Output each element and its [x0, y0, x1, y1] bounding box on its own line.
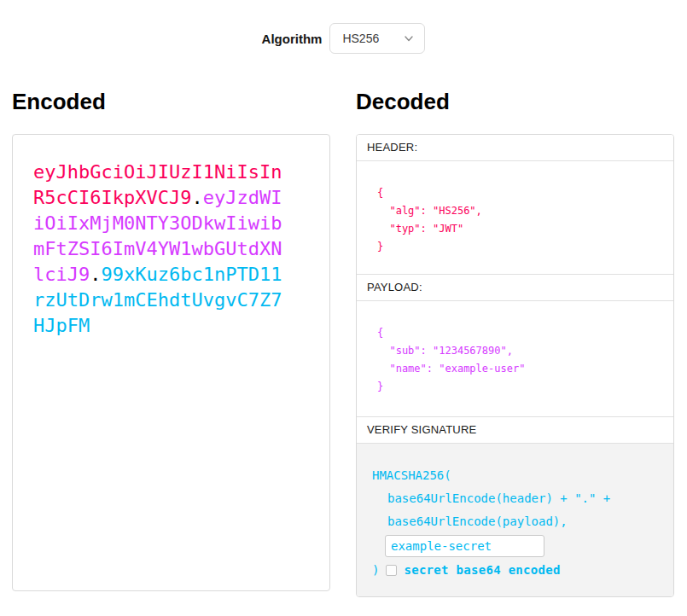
- algorithm-label: Algorithm: [262, 32, 323, 46]
- hmac-code-line-3: base64UrlEncode(payload),: [372, 510, 663, 533]
- token-dot-2: .: [90, 264, 101, 285]
- encoded-token-text: eyJhbGciOiJIUzI1NiIsInR5cCI6IkpXVCJ9.eyJ…: [33, 160, 288, 339]
- verify-signature-block: HMACSHA256( base64UrlEncode(header) + ".…: [357, 444, 673, 596]
- secret-base64-checkbox[interactable]: [386, 565, 397, 576]
- verify-final-line: ) secret base64 encoded: [372, 561, 663, 578]
- encoded-title: Encoded: [12, 90, 330, 114]
- algorithm-select[interactable]: HS256: [329, 23, 425, 54]
- decoded-title: Decoded: [356, 90, 674, 114]
- algorithm-bar: Algorithm HS256: [0, 23, 687, 54]
- hmac-code-line-2: base64UrlEncode(header) + "." +: [372, 487, 663, 510]
- algorithm-selected-value: HS256: [342, 32, 379, 45]
- header-json-block[interactable]: { "alg": "HS256", "typ": "JWT" }: [357, 161, 673, 274]
- encoded-token-box[interactable]: eyJhbGciOiJIUzI1NiIsInR5cCI6IkpXVCJ9.eyJ…: [12, 134, 330, 591]
- closing-paren: ): [372, 561, 379, 578]
- secret-input[interactable]: [385, 535, 544, 557]
- header-section-label: HEADER:: [357, 135, 673, 161]
- verify-section-label: VERIFY SIGNATURE: [357, 416, 673, 444]
- decoded-panel: HEADER: { "alg": "HS256", "typ": "JWT" }…: [356, 134, 674, 597]
- token-dot-1: .: [191, 187, 202, 208]
- main-columns: Encoded eyJhbGciOiJIUzI1NiIsInR5cCI6IkpX…: [0, 90, 687, 597]
- decoded-column: Decoded HEADER: { "alg": "HS256", "typ":…: [356, 90, 674, 597]
- payload-section-label: PAYLOAD:: [357, 274, 673, 301]
- payload-json-block[interactable]: { "sub": "1234567890", "name": "example-…: [357, 301, 673, 416]
- secret-base64-checkbox-label[interactable]: secret base64 encoded: [404, 561, 560, 578]
- hmac-code-line-1: HMACSHA256(: [372, 464, 663, 487]
- encoded-column: Encoded eyJhbGciOiJIUzI1NiIsInR5cCI6IkpX…: [12, 90, 330, 597]
- chevron-down-icon: [404, 33, 414, 44]
